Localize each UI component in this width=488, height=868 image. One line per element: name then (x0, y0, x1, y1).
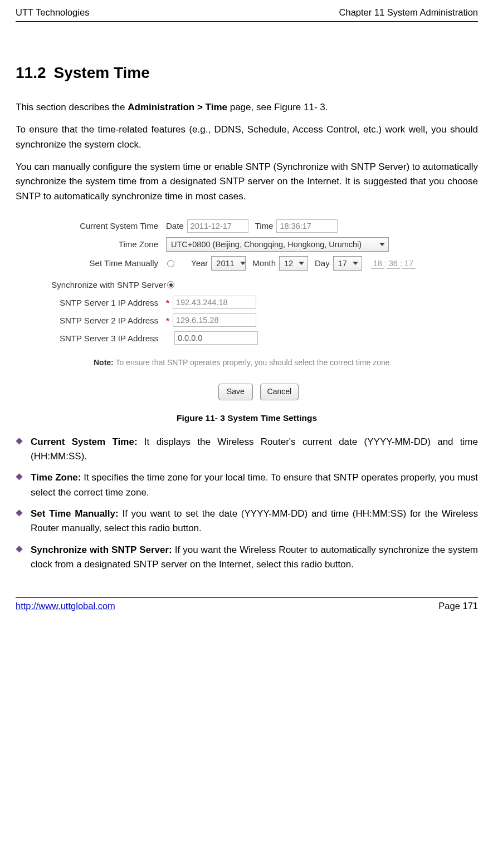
section-number: 11.2 (16, 64, 46, 81)
intro-para-2: To ensure that the time-related features… (16, 122, 478, 152)
list-item: Time Zone: It specifies the time zone fo… (16, 470, 478, 500)
section-heading: 11.2System Time (16, 61, 478, 85)
list-item: Current System Time: It displays the Wir… (16, 435, 478, 464)
header-brand: UTT Technologies (16, 6, 89, 20)
definition-list: Current System Time: It displays the Wir… (16, 435, 478, 572)
figure-system-time: Current System Time Date Time Time Zone … (16, 212, 478, 407)
required-asterisk: * (166, 296, 169, 309)
chevron-down-icon (240, 262, 246, 265)
save-button[interactable]: Save (218, 384, 253, 400)
label-time: Time (255, 219, 274, 232)
row-sntp1: SNTP Server 1 IP Address * (43, 296, 474, 309)
label-day: Day (315, 257, 330, 269)
chevron-down-icon (379, 243, 385, 246)
row-current-time: Current System Time Date Time (43, 219, 474, 233)
note-text: To ensure that SNTP operates properly, y… (114, 358, 392, 367)
chevron-down-icon (299, 262, 304, 265)
list-item: Synchronize with SNTP Server: If you wan… (16, 543, 478, 572)
manual-hh[interactable] (371, 259, 384, 269)
label-time-zone: Time Zone (43, 238, 166, 251)
label-sntp1: SNTP Server 1 IP Address (43, 296, 166, 309)
intro-para-3: You can manually configure the system ti… (16, 160, 478, 204)
diamond-bullet-icon (16, 438, 23, 445)
diamond-bullet-icon (16, 546, 23, 553)
row-sntp2: SNTP Server 2 IP Address * (43, 313, 474, 327)
intro-para-1: This section describes the Administratio… (16, 100, 478, 115)
label-year: Year (191, 257, 208, 269)
label-date: Date (166, 219, 184, 232)
page-footer: http://www.uttglobal.com Page 171 (16, 597, 478, 614)
sntp-sync-radio[interactable] (167, 281, 174, 288)
label-set-manually: Set Time Manually (43, 257, 166, 269)
cancel-button[interactable]: Cancel (260, 384, 299, 400)
sntp3-input[interactable] (174, 331, 258, 345)
manual-time-group: :: (371, 257, 416, 269)
month-select[interactable]: 12 (279, 256, 308, 271)
row-time-zone: Time Zone UTC+0800 (Beijing, Chongqing, … (43, 237, 474, 252)
chevron-down-icon (353, 262, 358, 265)
diamond-bullet-icon (16, 509, 23, 517)
diamond-bullet-icon (16, 473, 23, 480)
day-select[interactable]: 17 (333, 256, 362, 271)
label-sntp3: SNTP Server 3 IP Address (43, 332, 166, 345)
manual-mm[interactable] (387, 259, 400, 269)
row-sntp3: SNTP Server 3 IP Address (43, 331, 474, 345)
time-zone-select[interactable]: UTC+0800 (Beijing, Chongqing, Hongkong, … (166, 237, 389, 252)
header-chapter: Chapter 11 System Administration (339, 6, 478, 20)
current-date-field (187, 219, 248, 233)
time-zone-value: UTC+0800 (Beijing, Chongqing, Hongkong, … (171, 238, 362, 251)
footer-page-number: Page 171 (438, 599, 478, 614)
label-sntp2: SNTP Server 2 IP Address (43, 314, 166, 327)
footer-link[interactable]: http://www.uttglobal.com (16, 599, 115, 614)
set-manually-radio[interactable] (167, 260, 174, 267)
year-select[interactable]: 2011 (211, 256, 246, 271)
figure-caption: Figure 11- 3 System Time Settings (16, 411, 478, 425)
current-time-field (276, 219, 338, 233)
page-header: UTT Technologies Chapter 11 System Admin… (16, 6, 478, 22)
form-note: Note: To ensure that SNTP operates prope… (94, 357, 474, 369)
row-set-manually: Set Time Manually Year 2011 Month 12 Day… (43, 256, 474, 271)
note-label: Note: (94, 358, 114, 367)
sntp1-input[interactable] (173, 296, 256, 309)
sntp2-input[interactable] (173, 313, 256, 327)
form-button-bar: Save Cancel (43, 384, 474, 400)
label-current-system-time: Current System Time (43, 219, 166, 232)
manual-ss[interactable] (402, 259, 416, 269)
list-item: Set Time Manually: If you want to set th… (16, 507, 478, 536)
label-sntp-sync: Synchronize with SNTP Server (16, 278, 166, 291)
section-title-text: System Time (54, 64, 150, 81)
row-sntp-sync: Synchronize with SNTP Server (43, 278, 474, 291)
required-asterisk: * (166, 314, 169, 327)
label-month: Month (252, 257, 276, 269)
